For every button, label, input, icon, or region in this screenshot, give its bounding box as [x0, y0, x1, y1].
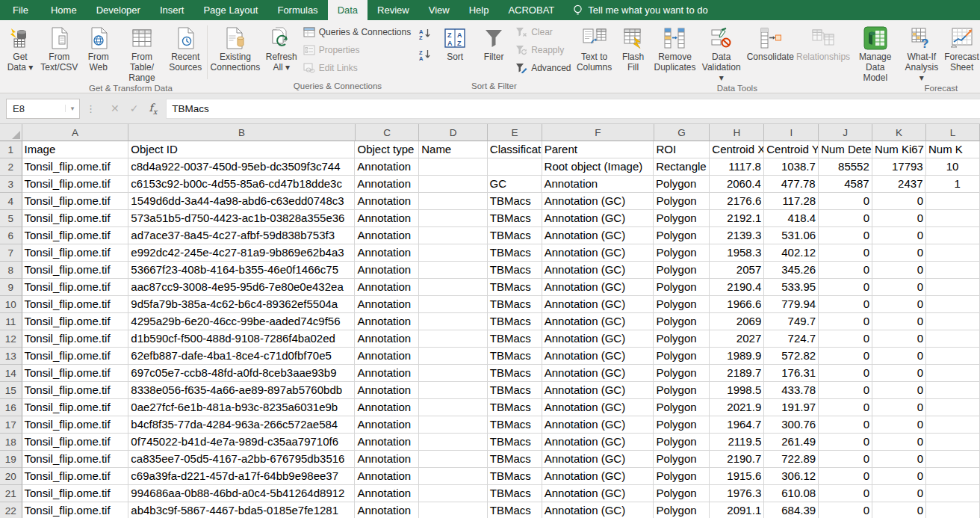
advanced-filter-button[interactable]: Advanced [515, 61, 571, 75]
cell-K4[interactable]: 0 [872, 193, 926, 210]
cell-I5[interactable]: 418.4 [764, 210, 819, 227]
cell-K2[interactable]: 17793 [872, 158, 926, 176]
row-header-4[interactable]: 4 [0, 193, 22, 210]
cell-K11[interactable]: 0 [872, 313, 926, 330]
cell-J11[interactable]: 0 [819, 313, 872, 330]
cell-J8[interactable]: 0 [819, 262, 872, 279]
cell-F13[interactable]: Annotation (GC) [542, 348, 654, 365]
cell-L19[interactable] [926, 451, 980, 468]
column-header-L[interactable]: L [926, 124, 980, 141]
cell-J16[interactable]: 0 [819, 399, 872, 416]
cell-E5[interactable]: TBMacs [488, 210, 542, 227]
cell-D6[interactable] [419, 227, 488, 244]
cell-G6[interactable]: Polygon [654, 227, 710, 244]
cell-D18[interactable] [419, 434, 488, 451]
cell-A8[interactable]: Tonsil_flip.ome.tif [22, 262, 129, 279]
cell-C10[interactable]: Annotation [355, 296, 419, 313]
cell-E15[interactable]: TBMacs [488, 382, 542, 399]
column-header-F[interactable]: F [542, 124, 654, 141]
cell-D12[interactable] [419, 330, 488, 348]
cell-H13[interactable]: 1989.9 [710, 348, 764, 365]
cell-G5[interactable]: Polygon [654, 210, 710, 227]
cell-E8[interactable]: TBMacs [488, 262, 542, 279]
refresh-all-button[interactable]: Refresh All ▾ [262, 22, 301, 81]
cell-L10[interactable] [926, 296, 980, 313]
tab-insert[interactable]: Insert [150, 0, 194, 20]
cell-H16[interactable]: 2021.9 [710, 399, 764, 416]
cell-K1[interactable]: Num Ki67 [872, 141, 926, 158]
cell-F17[interactable]: Annotation (GC) [542, 416, 654, 434]
cell-H6[interactable]: 2139.3 [710, 227, 764, 244]
cell-D11[interactable] [419, 313, 488, 330]
cell-H19[interactable]: 2190.7 [710, 451, 764, 468]
cell-E1[interactable]: Classificat [488, 141, 542, 158]
cell-C17[interactable]: Annotation [355, 416, 419, 434]
cell-K7[interactable]: 0 [872, 244, 926, 262]
cell-D10[interactable] [419, 296, 488, 313]
column-header-A[interactable]: A [22, 124, 129, 141]
cell-H17[interactable]: 1964.7 [710, 416, 764, 434]
row-header-11[interactable]: 11 [0, 313, 22, 330]
row-header-7[interactable]: 7 [0, 244, 22, 262]
cell-I9[interactable]: 533.95 [764, 279, 819, 296]
cell-F9[interactable]: Annotation (GC) [542, 279, 654, 296]
cell-K18[interactable]: 0 [872, 434, 926, 451]
column-header-C[interactable]: C [356, 124, 420, 141]
cell-C13[interactable]: Annotation [355, 348, 419, 365]
cell-G1[interactable]: ROI [654, 141, 710, 158]
cell-C21[interactable]: Annotation [355, 485, 419, 502]
cell-F20[interactable]: Annotation (GC) [542, 468, 654, 485]
cell-E6[interactable]: TBMacs [488, 227, 542, 244]
tab-page-layout[interactable]: Page Layout [193, 0, 267, 20]
get-data-button[interactable]: Get Data ▾ [1, 22, 40, 83]
cell-A9[interactable]: Tonsil_flip.ome.tif [22, 279, 129, 296]
cell-B20[interactable]: c69a39fa-d221-457d-a17f-64bb9e98ee37 [128, 468, 355, 485]
cell-A12[interactable]: Tonsil_flip.ome.tif [22, 330, 129, 348]
row-header-16[interactable]: 16 [0, 399, 22, 416]
cell-B17[interactable]: b4cf8f35-77da-4284-963a-266c572ae584 [128, 416, 355, 434]
cell-C6[interactable]: Annotation [355, 227, 419, 244]
queries-connections-button[interactable]: Queries & Connections [303, 25, 411, 40]
existing-connections-button[interactable]: Existing Connections [210, 22, 261, 83]
cell-I16[interactable]: 191.97 [764, 399, 819, 416]
cell-A6[interactable]: Tonsil_flip.ome.tif [22, 227, 129, 244]
cell-J6[interactable]: 0 [819, 227, 872, 244]
cell-A1[interactable]: Image [22, 141, 129, 158]
row-header-17[interactable]: 17 [0, 416, 22, 434]
cell-C15[interactable]: Annotation [355, 382, 419, 399]
forecast-sheet-button[interactable]: Forecast Sheet [943, 22, 980, 83]
cell-A19[interactable]: Tonsil_flip.ome.tif [22, 451, 129, 468]
tab-developer[interactable]: Developer [87, 0, 150, 20]
cell-A14[interactable]: Tonsil_flip.ome.tif [22, 365, 129, 382]
cell-B14[interactable]: 697c05e7-ccb8-48fd-a0fd-8ceb3aae93b9 [128, 365, 355, 382]
cell-A10[interactable]: Tonsil_flip.ome.tif [22, 296, 129, 313]
cell-F3[interactable]: Annotation [542, 176, 654, 193]
cell-G17[interactable]: Polygon [654, 416, 710, 434]
cell-G7[interactable]: Polygon [654, 244, 710, 262]
cell-E19[interactable]: TBMacs [488, 451, 542, 468]
cell-E20[interactable]: TBMacs [488, 468, 542, 485]
tab-data[interactable]: Data [328, 0, 368, 20]
tab-view[interactable]: View [419, 0, 459, 20]
cell-C4[interactable]: Annotation [355, 193, 419, 210]
cell-I15[interactable]: 433.78 [764, 382, 819, 399]
cell-K9[interactable]: 0 [872, 279, 926, 296]
column-header-B[interactable]: B [128, 124, 355, 141]
cell-G22[interactable]: Polygon [654, 502, 710, 518]
cell-B9[interactable]: aac87cc9-3008-4e95-95d6-7e80e0e432ea [128, 279, 355, 296]
cell-K3[interactable]: 2437 [872, 176, 926, 193]
cell-C18[interactable]: Annotation [355, 434, 419, 451]
cell-G2[interactable]: Rectangle [654, 158, 710, 176]
cell-H18[interactable]: 2119.5 [710, 434, 764, 451]
cell-B13[interactable]: 62efb887-dafe-4ba1-8ce4-c71d0fbf70e5 [128, 348, 355, 365]
row-header-19[interactable]: 19 [0, 451, 22, 468]
cell-E22[interactable]: TBMacs [488, 502, 542, 518]
cell-G15[interactable]: Polygon [654, 382, 710, 399]
recent-sources-button[interactable]: Recent Sources [166, 22, 205, 83]
cell-G19[interactable]: Polygon [654, 451, 710, 468]
cell-A13[interactable]: Tonsil_flip.ome.tif [22, 348, 129, 365]
cell-A11[interactable]: Tonsil_flip.ome.tif [22, 313, 129, 330]
cell-E12[interactable]: TBMacs [488, 330, 542, 348]
row-header-14[interactable]: 14 [0, 365, 22, 382]
cell-E4[interactable]: TBMacs [488, 193, 542, 210]
